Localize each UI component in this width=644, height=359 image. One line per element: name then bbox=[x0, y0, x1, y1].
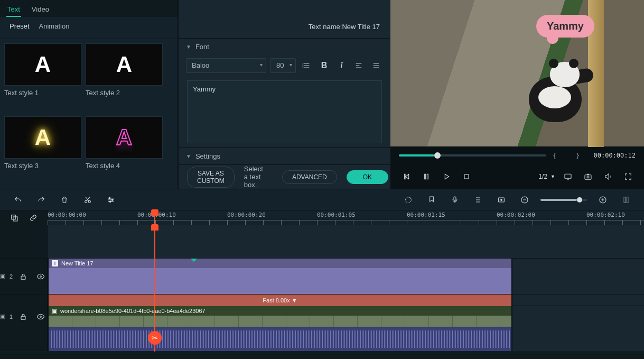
svg-rect-17 bbox=[11, 215, 15, 219]
tab-text[interactable]: Text bbox=[6, 3, 21, 17]
preview-scrubber[interactable] bbox=[399, 154, 546, 157]
save-as-custom-button[interactable]: SAVE AS CUSTOM bbox=[187, 167, 235, 188]
font-section-header[interactable]: ▼ Font bbox=[179, 39, 390, 55]
preset-item[interactable]: AText style 4 bbox=[86, 116, 163, 185]
eye-icon[interactable] bbox=[34, 309, 47, 324]
svg-rect-18 bbox=[13, 217, 17, 221]
tab-video[interactable]: Video bbox=[31, 3, 50, 17]
scissor-icon[interactable]: ✂ bbox=[148, 331, 162, 345]
undo-icon[interactable] bbox=[11, 192, 25, 207]
stop-button[interactable] bbox=[459, 169, 474, 184]
align-justify-icon[interactable] bbox=[370, 58, 383, 73]
adjust-icon[interactable] bbox=[104, 192, 118, 207]
lock-icon[interactable] bbox=[17, 309, 30, 324]
svg-rect-16 bbox=[627, 197, 628, 202]
display-icon[interactable] bbox=[561, 169, 575, 184]
italic-button[interactable]: I bbox=[335, 58, 348, 73]
eye-icon[interactable] bbox=[34, 269, 47, 284]
lock-icon[interactable] bbox=[17, 269, 30, 284]
preset-label: Text style 4 bbox=[86, 159, 163, 171]
line-spacing-icon[interactable] bbox=[300, 58, 313, 73]
video-clip[interactable]: ▣wondershare-b08e5e90-401d-4fb0-aae0-b4e… bbox=[48, 306, 512, 327]
track-2-label: 2 bbox=[10, 273, 13, 280]
font-size-select[interactable]: 80 bbox=[270, 58, 296, 73]
fullscreen-icon[interactable] bbox=[621, 169, 636, 184]
svg-point-9 bbox=[406, 197, 412, 202]
pause-button[interactable] bbox=[419, 169, 434, 184]
svg-point-12 bbox=[501, 199, 502, 200]
delete-icon[interactable] bbox=[57, 192, 72, 207]
ruler-label: 00:00:00:00 bbox=[48, 211, 86, 218]
cut-icon[interactable] bbox=[80, 192, 95, 207]
svg-rect-15 bbox=[624, 197, 626, 202]
svg-point-8 bbox=[109, 201, 111, 202]
svg-rect-0 bbox=[464, 174, 469, 179]
preset-item[interactable]: AText style 1 bbox=[4, 43, 81, 112]
zoom-out-icon[interactable] bbox=[517, 192, 532, 207]
video-clip-label: wondershare-b08e5e90-401d-4fb0-aae0-b4ea… bbox=[60, 308, 206, 314]
audio-clip[interactable] bbox=[48, 327, 512, 351]
track-2-head: ▣ 2 bbox=[0, 259, 48, 294]
settings-section-label: Settings bbox=[195, 152, 220, 160]
preset-item[interactable]: AText style 3 bbox=[4, 116, 81, 185]
track-type-icon: ▣ bbox=[0, 273, 5, 280]
playhead[interactable] bbox=[154, 210, 155, 225]
preview-subject bbox=[525, 58, 595, 132]
track-1-label: 1 bbox=[10, 314, 13, 320]
collapse-icon: ▼ bbox=[186, 44, 191, 50]
svg-point-6 bbox=[109, 197, 110, 199]
speed-clip[interactable]: Fast 8.00x ▼ bbox=[48, 294, 512, 306]
font-family-select[interactable]: Baloo bbox=[186, 58, 266, 73]
align-left-icon[interactable] bbox=[352, 58, 366, 73]
timecode: 00:00:00:12 bbox=[594, 152, 636, 159]
settings-section-header[interactable]: ▼ Settings bbox=[179, 148, 390, 164]
subtab-animation[interactable]: Animation bbox=[39, 22, 70, 33]
collapse-icon: ▼ bbox=[186, 153, 191, 159]
marker-icon[interactable] bbox=[424, 192, 439, 207]
text-content-box[interactable]: Yammy bbox=[187, 80, 382, 143]
snapshot-icon[interactable] bbox=[581, 169, 595, 184]
color-wheel-icon[interactable] bbox=[401, 192, 416, 207]
fit-icon[interactable] bbox=[619, 192, 633, 207]
svg-rect-1 bbox=[565, 174, 571, 178]
preset-item[interactable]: AText style 2 bbox=[86, 43, 163, 112]
volume-icon[interactable] bbox=[601, 169, 615, 184]
play-button[interactable] bbox=[439, 169, 454, 184]
select-text-box-hint: Select a text box. bbox=[244, 165, 263, 189]
ruler-label: 00:00:01:15 bbox=[407, 211, 445, 218]
ok-button[interactable]: OK bbox=[347, 170, 388, 184]
svg-rect-10 bbox=[454, 197, 456, 200]
timeline-ruler[interactable]: 00:00:00:0000:00:00:1000:00:00:2000:00:0… bbox=[48, 210, 644, 225]
link-icon[interactable] bbox=[26, 210, 41, 225]
preset-grid: AText style 1 AText style 2 AText style … bbox=[0, 39, 178, 189]
bold-button[interactable]: B bbox=[318, 58, 331, 73]
track-type-icon: ▣ bbox=[0, 313, 5, 320]
preview-viewport[interactable]: Yammy bbox=[390, 0, 644, 146]
frame-icon[interactable] bbox=[494, 192, 509, 207]
svg-rect-2 bbox=[585, 175, 591, 180]
svg-point-20 bbox=[40, 275, 41, 277]
ruler-label: 00:00:00:20 bbox=[227, 211, 266, 218]
sub-tabs: Preset Animation bbox=[0, 17, 178, 39]
subtab-preset[interactable]: Preset bbox=[10, 22, 30, 33]
zoom-in-icon[interactable] bbox=[595, 192, 610, 207]
horizontal-scrollbar[interactable] bbox=[0, 352, 644, 359]
zoom-slider[interactable] bbox=[540, 199, 587, 201]
preview-bubble[interactable]: Yammy bbox=[536, 15, 594, 38]
redo-icon[interactable] bbox=[34, 192, 49, 207]
title-clip[interactable]: TNew Title 17 bbox=[48, 259, 512, 294]
text-name-value: New Title 17 bbox=[342, 23, 380, 31]
ruler-head bbox=[0, 210, 48, 225]
mic-icon[interactable] bbox=[447, 192, 462, 207]
playhead[interactable]: ✂ bbox=[154, 225, 155, 352]
preset-label: Text style 3 bbox=[4, 159, 81, 171]
zoom-ratio[interactable]: 1/2▼ bbox=[538, 173, 555, 180]
prev-frame-button[interactable] bbox=[399, 169, 414, 184]
list-icon[interactable] bbox=[471, 192, 486, 207]
mark-braces: { } bbox=[553, 152, 587, 160]
svg-point-22 bbox=[40, 316, 41, 317]
advanced-button[interactable]: ADVANCED bbox=[282, 170, 337, 184]
media-icon[interactable] bbox=[7, 210, 22, 225]
svg-point-7 bbox=[111, 199, 113, 200]
text-name-row: Text name: New Title 17 bbox=[179, 15, 390, 38]
